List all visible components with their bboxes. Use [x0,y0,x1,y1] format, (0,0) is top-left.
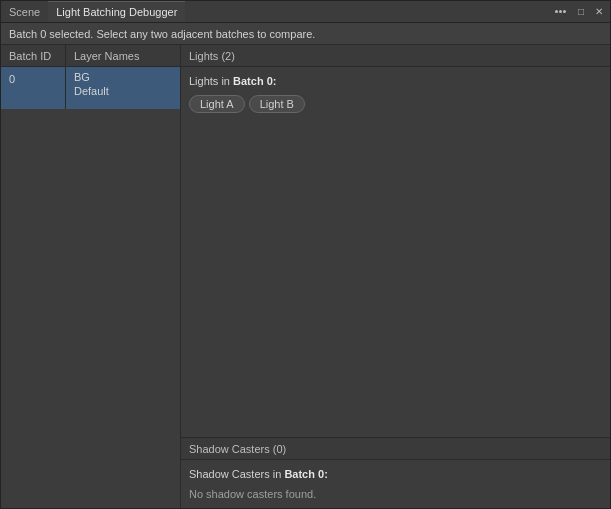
cell-batch-id: 0 [1,67,66,109]
status-bar: Batch 0 selected. Select any two adjacen… [1,23,610,45]
lights-section-header: Lights (2) [181,45,610,67]
tab-light-batching-debugger[interactable]: Light Batching Debugger [48,1,185,22]
shadow-section-header: Shadow Casters (0) [181,438,610,460]
shadow-header-label: Shadow Casters (0) [189,443,286,455]
right-panel: Lights (2) Lights in Batch 0: Light A Li… [181,45,610,508]
col-header-batch-id: Batch ID [1,45,66,66]
lights-batch-label: Batch 0: [233,75,276,87]
table-header: Batch ID Layer Names [1,45,180,67]
shadow-section-content: Shadow Casters in Batch 0: No shadow cas… [181,460,610,508]
lights-section: Lights (2) Lights in Batch 0: Light A Li… [181,45,610,438]
tab-active-label: Light Batching Debugger [56,6,177,18]
light-buttons-container: Light A Light B [189,95,602,113]
layer-name-bg: BG [74,71,109,83]
layer-name-default: Default [74,85,109,97]
main-content: Batch ID Layer Names 0 BG Default [1,45,610,508]
cell-layer-names: BG Default [66,67,117,109]
left-panel: Batch ID Layer Names 0 BG Default [1,45,181,508]
shadow-section-title: Shadow Casters in Batch 0: [189,468,602,480]
light-b-button[interactable]: Light B [249,95,305,113]
dots-menu-icon[interactable] [555,10,566,13]
tab-scene-label: Scene [9,6,40,18]
dot3 [563,10,566,13]
no-casters-message: No shadow casters found. [189,488,602,500]
light-a-button[interactable]: Light A [189,95,245,113]
dot2 [559,10,562,13]
col-header-layer-names: Layer Names [66,50,147,62]
lights-section-title: Lights in Batch 0: [189,75,602,87]
title-bar: Scene Light Batching Debugger □ ✕ [1,1,610,23]
minimize-button[interactable]: □ [574,5,588,19]
dot1 [555,10,558,13]
lights-section-content: Lights in Batch 0: Light A Light B [181,67,610,437]
shadow-batch-label: Batch 0: [284,468,327,480]
main-window: Scene Light Batching Debugger □ ✕ Batch … [0,0,611,509]
table-row[interactable]: 0 BG Default [1,67,180,109]
status-message: Batch 0 selected. Select any two adjacen… [9,28,315,40]
close-button[interactable]: ✕ [592,5,606,19]
lights-header-label: Lights (2) [189,50,235,62]
tab-scene[interactable]: Scene [1,1,48,22]
shadow-section: Shadow Casters (0) Shadow Casters in Bat… [181,438,610,508]
title-bar-controls: □ ✕ [555,5,610,19]
